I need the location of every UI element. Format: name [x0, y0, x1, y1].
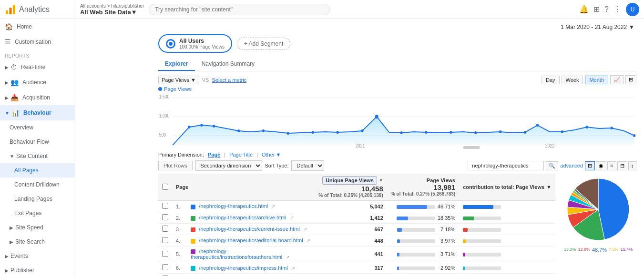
- sidebar-item-publisher[interactable]: ▶ Publisher: [0, 263, 75, 276]
- search-button[interactable]: 🔍: [546, 161, 558, 170]
- secondary-dim-select[interactable]: Secondary dimension: [195, 160, 262, 171]
- sidebar-item-behaviour[interactable]: ▼ 📊 Behaviour: [0, 105, 75, 120]
- contribution-col-header[interactable]: contribution to total: Page Views ▼: [459, 174, 555, 201]
- row-checkbox[interactable]: [162, 251, 168, 257]
- row-unique-pv: 176: [315, 274, 387, 276]
- sidebar-item-site-content[interactable]: ▼ Site Content: [0, 149, 75, 163]
- svg-point-27: [586, 126, 588, 128]
- sidebar-item-realtime[interactable]: ▶ ⏱ Real-time: [0, 59, 75, 75]
- row-checkbox[interactable]: [162, 237, 168, 243]
- week-button[interactable]: Week: [562, 76, 583, 84]
- sidebar-item-overview[interactable]: Overview: [0, 120, 75, 135]
- sidebar-label-site-content: Site Content: [16, 153, 48, 159]
- pivot-view-button[interactable]: ↕: [628, 161, 637, 170]
- unique-pv-header-badge[interactable]: Unique Page Views: [322, 176, 377, 185]
- svg-point-25: [536, 124, 539, 127]
- dim-page-link[interactable]: Page: [208, 152, 220, 158]
- external-link-icon: ↗: [307, 238, 310, 243]
- page-link[interactable]: /nephrology-therapeutics/instructionsfor…: [191, 248, 282, 260]
- grid-view-button[interactable]: ⊞: [585, 161, 595, 170]
- row-checkbox[interactable]: [162, 214, 168, 220]
- metric-selector[interactable]: Page Views ▼: [158, 76, 199, 84]
- table-view-buttons: ⊞ ◉ ≡ ⊟ ↕: [585, 161, 636, 170]
- segment-all-users[interactable]: All Users 100.00% Page Views: [158, 34, 232, 53]
- grid-icon[interactable]: ⊞: [593, 5, 600, 14]
- sidebar-item-landing-pages[interactable]: Landing Pages: [0, 192, 75, 206]
- external-link-icon: ↗: [290, 215, 294, 220]
- sidebar-item-all-pages[interactable]: All Pages: [0, 163, 75, 177]
- date-range[interactable]: 1 Mar 2020 - 21 Aug 2022 ▼: [158, 24, 636, 30]
- page-link[interactable]: /nephrology-therapeutics/editorial-board…: [199, 237, 303, 243]
- analytics-logo-icon: [5, 4, 16, 15]
- bar-chart-button[interactable]: ⊞: [625, 75, 636, 84]
- sidebar-label-home: Home: [17, 23, 32, 30]
- search-input[interactable]: [149, 4, 330, 15]
- pie-chart: [562, 174, 634, 245]
- table-body: 1. /nephrology-therapeutics.html ↗ 5,042…: [158, 201, 555, 276]
- audience-expand-icon: ▶: [5, 80, 9, 85]
- line-chart-button[interactable]: 📈: [610, 75, 624, 84]
- sidebar-item-site-search[interactable]: ▶ Site Search: [0, 235, 75, 249]
- svg-point-17: [361, 129, 363, 132]
- property-name: All Web Site Data: [80, 9, 131, 16]
- acquisition-expand-icon: ▶: [5, 95, 9, 100]
- sidebar-label-acquisition: Acquisition: [22, 94, 50, 101]
- add-segment-button[interactable]: + Add Segment: [237, 38, 290, 50]
- property-selector[interactable]: All Web Site Data ▼: [80, 9, 144, 16]
- row-checkbox[interactable]: [162, 226, 168, 232]
- page-link[interactable]: /nephrology-therapeutics/impress.html: [199, 265, 287, 271]
- row-checkbox[interactable]: [162, 264, 168, 270]
- svg-point-22: [474, 131, 477, 134]
- tab-navigation-summary[interactable]: Navigation Summary: [195, 58, 261, 71]
- page-color-icon: [191, 249, 195, 254]
- page-link[interactable]: /nephrology-therapeutics/archive.html: [199, 215, 286, 220]
- table-view-button[interactable]: ⊟: [617, 161, 627, 170]
- select-all-checkbox[interactable]: [162, 184, 168, 190]
- sidebar-item-behaviour-flow[interactable]: Behaviour Flow: [0, 135, 75, 149]
- pie-view-button[interactable]: ◉: [596, 161, 606, 170]
- sidebar-item-home[interactable]: 🏠 Home: [0, 19, 75, 34]
- sort-default-select[interactable]: Default: [291, 160, 324, 171]
- dim-other-dropdown[interactable]: Other ▼: [262, 152, 281, 158]
- dim-page-title-link[interactable]: Page Title: [229, 152, 253, 158]
- sidebar-header: Analytics: [0, 0, 75, 19]
- external-link-icon: ↗: [286, 255, 289, 260]
- plot-rows-button[interactable]: Plot Rows: [158, 161, 193, 170]
- select-metric-link[interactable]: Select a metric: [212, 77, 246, 83]
- row-contribution-bar: [459, 274, 555, 276]
- table-row-controls-left: Plot Rows Secondary dimension Sort Type:…: [158, 160, 324, 171]
- sidebar-item-customisation[interactable]: ☰ Customisation: [0, 34, 75, 49]
- data-table: Page Unique Page Views ▼ 10,458 % of Tot…: [158, 174, 555, 276]
- more-icon[interactable]: ⋮: [613, 5, 621, 14]
- row-unique-pv: 441: [315, 246, 387, 262]
- help-icon[interactable]: ?: [604, 5, 609, 14]
- svg-point-21: [450, 131, 452, 134]
- svg-point-20: [425, 131, 427, 134]
- sidebar-item-events[interactable]: ▶ Events: [0, 249, 75, 263]
- row-checkbox[interactable]: [162, 203, 168, 209]
- svg-point-16: [337, 131, 339, 134]
- results-table: Page Unique Page Views ▼ 10,458 % of Tot…: [158, 174, 555, 276]
- row-contribution-bar: [459, 262, 555, 274]
- day-button[interactable]: Day: [542, 76, 560, 84]
- tab-explorer[interactable]: Explorer: [158, 58, 195, 71]
- sidebar-item-site-speed[interactable]: ▶ Site Speed: [0, 220, 75, 235]
- unique-pv-col-header[interactable]: Unique Page Views ▼ 10,458 % of Total: 0…: [315, 174, 387, 201]
- sidebar-item-acquisition[interactable]: ▶ 📥 Acquisition: [0, 90, 75, 105]
- site-content-expand-icon: ▼: [10, 154, 14, 159]
- page-color-icon: [191, 239, 195, 244]
- sidebar-item-content-drilldown[interactable]: Content Drilldown: [0, 177, 75, 192]
- month-button[interactable]: Month: [585, 76, 608, 84]
- table-search-input[interactable]: [468, 161, 544, 170]
- unique-pv-total: 10,458: [318, 185, 383, 193]
- page-color-icon: [191, 266, 195, 271]
- advanced-button[interactable]: advanced: [560, 163, 583, 168]
- page-link[interactable]: /nephrology-therapeutics/current-issue.h…: [199, 226, 300, 232]
- row-number: 7.: [172, 274, 187, 276]
- sidebar-item-audience[interactable]: ▶ 👥 Audience: [0, 75, 75, 90]
- page-link[interactable]: /nephrology-therapeutics.html: [199, 203, 268, 209]
- sidebar-item-exit-pages[interactable]: Exit Pages: [0, 206, 75, 220]
- notification-icon[interactable]: 🔔: [579, 5, 589, 14]
- list-view-button[interactable]: ≡: [607, 161, 616, 170]
- avatar[interactable]: U: [626, 3, 639, 16]
